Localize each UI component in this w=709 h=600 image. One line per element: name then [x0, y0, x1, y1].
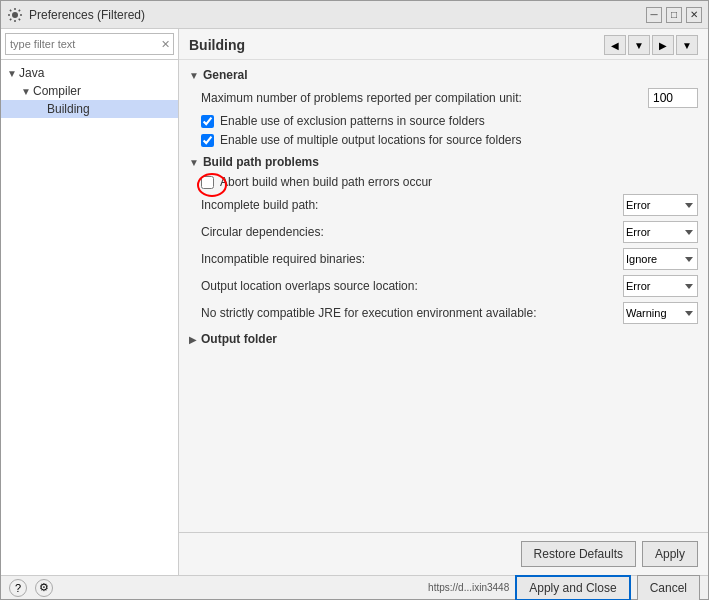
circular-dep-select[interactable]: ErrorWarningIgnoreInfo	[623, 221, 698, 243]
preferences-window: Preferences (Filtered) ─ □ ✕ ✕ ▼ Java ▼ …	[0, 0, 709, 600]
expand-building-icon	[33, 102, 47, 116]
abort-build-label: Abort build when build path errors occur	[220, 175, 432, 189]
build-path-section: ▼ Build path problems Abort build when b…	[189, 155, 698, 324]
right-panel: Building ◀ ▼ ▶ ▼ ▼ General Maximum numbe	[179, 29, 708, 575]
minimize-button[interactable]: ─	[646, 7, 662, 23]
window-title: Preferences (Filtered)	[29, 8, 145, 22]
close-button[interactable]: ✕	[686, 7, 702, 23]
main-content: ✕ ▼ Java ▼ Compiler Building Bui	[1, 29, 708, 575]
panel-nav: ◀ ▼ ▶ ▼	[604, 35, 698, 55]
build-path-section-header[interactable]: ▼ Build path problems	[189, 155, 698, 169]
output-overlap-row: Output location overlaps source location…	[189, 275, 698, 297]
sidebar-tree: ▼ Java ▼ Compiler Building	[1, 60, 178, 575]
circular-dep-row: Circular dependencies: ErrorWarningIgnor…	[189, 221, 698, 243]
abort-build-checkbox[interactable]	[201, 176, 214, 189]
title-bar-left: Preferences (Filtered)	[7, 7, 145, 23]
jre-env-label: No strictly compatible JRE for execution…	[201, 306, 623, 320]
sidebar-item-java[interactable]: ▼ Java	[1, 64, 178, 82]
multiple-output-label: Enable use of multiple output locations …	[220, 133, 522, 147]
sidebar: ✕ ▼ Java ▼ Compiler Building	[1, 29, 179, 575]
apply-button[interactable]: Apply	[642, 541, 698, 567]
max-problems-label: Maximum number of problems reported per …	[201, 91, 648, 105]
sidebar-item-building[interactable]: Building	[1, 100, 178, 118]
footer-buttons: https://d...ixin3448 Apply and Close Can…	[428, 575, 700, 601]
maximize-button[interactable]: □	[666, 7, 682, 23]
incomplete-build-select[interactable]: ErrorWarningIgnoreInfo	[623, 194, 698, 216]
help-button[interactable]: ?	[9, 579, 27, 597]
incompatible-binaries-select[interactable]: ErrorWarningIgnoreInfo	[623, 248, 698, 270]
sidebar-item-java-label: Java	[19, 66, 44, 80]
abort-build-row: Abort build when build path errors occur	[189, 175, 698, 189]
output-folder-title: Output folder	[201, 332, 277, 346]
output-folder-section: ▶ Output folder	[189, 332, 698, 346]
jre-env-row: No strictly compatible JRE for execution…	[189, 302, 698, 324]
sidebar-item-compiler[interactable]: ▼ Compiler	[1, 82, 178, 100]
status-url: https://d...ixin3448	[428, 582, 509, 593]
exclusion-label: Enable use of exclusion patterns in sour…	[220, 114, 485, 128]
incompatible-binaries-label: Incompatible required binaries:	[201, 252, 623, 266]
nav-forward-dropdown-button[interactable]: ▼	[676, 35, 698, 55]
incomplete-build-row: Incomplete build path: ErrorWarningIgnor…	[189, 194, 698, 216]
multiple-output-checkbox[interactable]	[201, 134, 214, 147]
panel-body: ▼ General Maximum number of problems rep…	[179, 60, 708, 532]
incomplete-build-label: Incomplete build path:	[201, 198, 623, 212]
svg-point-0	[12, 12, 18, 18]
status-left: ? ⚙	[9, 579, 53, 597]
multiple-output-checkbox-row: Enable use of multiple output locations …	[189, 133, 698, 147]
max-problems-row: Maximum number of problems reported per …	[189, 88, 698, 108]
general-section-title: General	[203, 68, 248, 82]
sidebar-item-building-label: Building	[47, 102, 90, 116]
settings-icon-btn[interactable]: ⚙	[35, 579, 53, 597]
title-bar-controls: ─ □ ✕	[646, 7, 702, 23]
general-expand-icon: ▼	[189, 70, 199, 81]
nav-forward-button[interactable]: ▶	[652, 35, 674, 55]
filter-input[interactable]	[5, 33, 174, 55]
bottom-bar: Restore Defaults Apply	[179, 532, 708, 575]
panel-header: Building ◀ ▼ ▶ ▼	[179, 29, 708, 60]
max-problems-input[interactable]	[648, 88, 698, 108]
panel-title: Building	[189, 37, 245, 53]
build-path-expand-icon: ▼	[189, 157, 199, 168]
sidebar-item-compiler-label: Compiler	[33, 84, 81, 98]
output-folder-header[interactable]: ▶ Output folder	[189, 332, 698, 346]
sidebar-filter-area: ✕	[1, 29, 178, 60]
jre-env-select[interactable]: ErrorWarningIgnoreInfo	[623, 302, 698, 324]
nav-dropdown-button[interactable]: ▼	[628, 35, 650, 55]
output-folder-expand-icon: ▶	[189, 334, 197, 345]
expand-compiler-icon: ▼	[19, 84, 33, 98]
title-bar: Preferences (Filtered) ─ □ ✕	[1, 1, 708, 29]
output-overlap-label: Output location overlaps source location…	[201, 279, 623, 293]
general-section: ▼ General Maximum number of problems rep…	[189, 68, 698, 147]
exclusion-checkbox-row: Enable use of exclusion patterns in sour…	[189, 114, 698, 128]
output-overlap-select[interactable]: ErrorWarningIgnoreInfo	[623, 275, 698, 297]
apply-and-close-button[interactable]: Apply and Close	[515, 575, 630, 601]
expand-java-icon: ▼	[5, 66, 19, 80]
build-path-section-title: Build path problems	[203, 155, 319, 169]
preferences-icon	[7, 7, 23, 23]
restore-defaults-button[interactable]: Restore Defaults	[521, 541, 636, 567]
cancel-button[interactable]: Cancel	[637, 575, 700, 601]
nav-back-button[interactable]: ◀	[604, 35, 626, 55]
incompatible-binaries-row: Incompatible required binaries: ErrorWar…	[189, 248, 698, 270]
circular-dep-label: Circular dependencies:	[201, 225, 623, 239]
status-bar: ? ⚙ https://d...ixin3448 Apply and Close…	[1, 575, 708, 599]
clear-filter-icon[interactable]: ✕	[161, 38, 170, 51]
exclusion-checkbox[interactable]	[201, 115, 214, 128]
general-section-header[interactable]: ▼ General	[189, 68, 698, 82]
